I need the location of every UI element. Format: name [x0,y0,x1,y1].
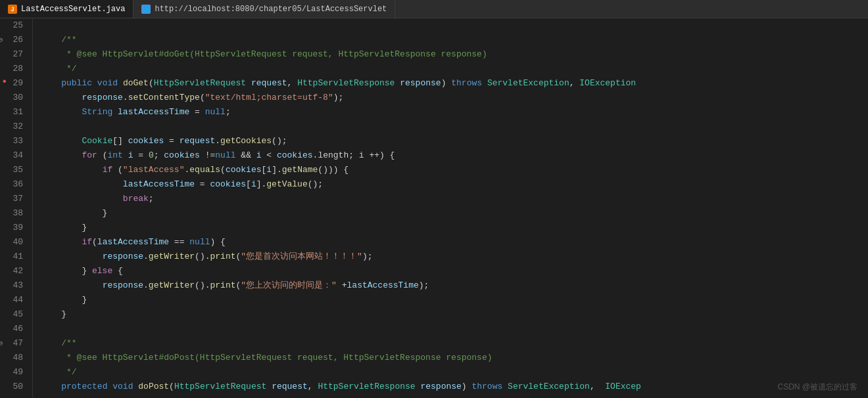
code-line-29: public void doGet(HttpServletRequest req… [41,76,868,91]
tab-java-label: LastAccessServlet.java [21,5,125,14]
line-number-46: 46 [0,322,27,336]
code-line-40: if(lastAccessTime == null) { [41,235,868,250]
tab-web-url[interactable]: 🌐 http://localhost:8080/chapter05/LastAc… [133,0,395,18]
code-line-34: for (int i = 0; cookies !=null && i < co… [41,148,868,163]
code-line-39: } [41,221,868,235]
code-line-27: * @see HttpServlet#doGet(HttpServletRequ… [41,47,868,62]
line-number-25: 25 [0,18,27,33]
line-number-38: 38 [0,206,27,221]
line-number-41: 41 [0,250,27,264]
code-line-43: response.getWriter().print("您上次访问的时间是：" … [41,278,868,293]
code-line-33: Cookie[] cookies = request.getCookies(); [41,134,868,148]
code-line-46 [41,322,868,336]
java-file-icon: J [8,5,17,14]
line-number-39: 39 [0,221,27,235]
code-line-41: response.getWriter().print("您是首次访问本网站！！！… [41,250,868,264]
code-line-49: */ [41,365,868,380]
code-line-42: } else { [41,264,868,278]
line-numbers: 2526272829303132333435363738394041424344… [0,18,33,398]
code-line-47: /** [41,336,868,351]
code-line-36: lastAccessTime = cookies[i].getValue(); [41,177,868,192]
code-line-25 [41,18,868,33]
code-line-32 [41,120,868,134]
code-line-30: response.setContentType("text/html;chars… [41,91,868,105]
line-number-34: 34 [0,148,27,163]
line-number-48: 48 [0,351,27,365]
web-url-icon: 🌐 [141,5,151,14]
line-number-44: 44 [0,293,27,307]
line-number-33: 33 [0,134,27,148]
line-number-30: 30 [0,91,27,105]
code-line-48: * @see HttpServlet#doPost(HttpServletReq… [41,351,868,365]
tab-web-label: http://localhost:8080/chapter05/LastAcce… [155,5,387,14]
line-number-28: 28 [0,62,27,76]
watermark: CSDN @被遗忘的过客 [777,382,857,393]
tab-bar: J LastAccessServlet.java 🌐 http://localh… [0,0,868,18]
code-line-31: String lastAccessTime = null; [41,105,868,120]
line-number-35: 35 [0,163,27,177]
line-number-50: 50 [0,380,27,394]
line-number-32: 32 [0,120,27,134]
code-area: 2526272829303132333435363738394041424344… [0,18,868,398]
tab-java-file[interactable]: J LastAccessServlet.java [0,0,133,18]
line-number-27: 27 [0,47,27,62]
line-number-47: 47 [0,336,27,351]
line-number-42: 42 [0,264,27,278]
code-line-28: */ [41,62,868,76]
code-line-26: /** [41,33,868,47]
line-number-43: 43 [0,278,27,293]
line-number-36: 36 [0,177,27,192]
code-line-50: protected void doPost(HttpServletRequest… [41,380,868,394]
code-line-35: if ("lastAccess".equals(cookies[i].getNa… [41,163,868,177]
line-number-26: 26 [0,33,27,47]
line-number-37: 37 [0,192,27,206]
line-number-45: 45 [0,307,27,322]
line-number-40: 40 [0,235,27,250]
code-line-38: } [41,206,868,221]
line-number-31: 31 [0,105,27,120]
line-number-49: 49 [0,365,27,380]
code-content[interactable]: /** * @see HttpServlet#doGet(HttpServlet… [33,18,868,398]
code-line-44: } [41,293,868,307]
line-number-29: 29 [0,76,27,91]
code-line-45: } [41,307,868,322]
code-line-37: break; [41,192,868,206]
